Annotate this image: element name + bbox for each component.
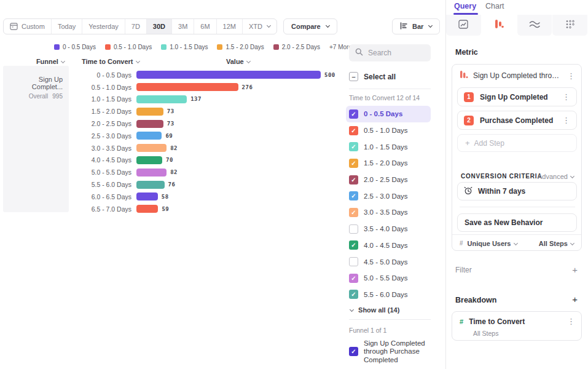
bar[interactable]: [136, 71, 321, 79]
legend-swatch: [54, 44, 60, 50]
series-checkbox-row[interactable]: ✓2.0 - 2.5 Days: [346, 172, 431, 188]
flows-report-tile[interactable]: [517, 15, 553, 36]
legend-item[interactable]: 0.5 - 1.0 Days: [105, 44, 152, 50]
series-checkbox-row[interactable]: ✓0 - 0.5 Days: [346, 106, 431, 122]
range-7d[interactable]: 7D: [125, 19, 147, 34]
add-breakdown-button[interactable]: +: [572, 295, 578, 304]
funnel-step-2[interactable]: 2 Purchase Completed ⋮: [457, 111, 577, 130]
steps-scope-label: All Steps: [539, 240, 568, 247]
bar[interactable]: [136, 181, 165, 189]
bar-category-label: 3.0 - 3.5 Days: [0, 145, 136, 152]
checked-checkbox-icon: ✓: [349, 175, 358, 184]
chart-row: 0 - 0.5 Days500: [0, 69, 335, 81]
metric-card-header[interactable]: Sign Up Completed through Purc... ⋮: [460, 70, 576, 81]
compare-button[interactable]: Compare: [283, 18, 337, 34]
show-all-button[interactable]: Show all (14): [349, 306, 399, 314]
funnel-header-label: Funnel: [36, 58, 58, 65]
breakdown-section-label: Breakdown: [455, 296, 496, 304]
bar[interactable]: [136, 192, 158, 200]
bar-category-label: 1.5 - 2.0 Days: [0, 108, 136, 115]
insights-report-tile[interactable]: [446, 15, 482, 36]
bar-category-label: 0 - 0.5 Days: [0, 71, 136, 79]
bar[interactable]: [136, 205, 158, 213]
metric-section-label: Metric: [455, 48, 478, 57]
range-6m[interactable]: 6M: [194, 19, 216, 34]
retention-report-tile[interactable]: [552, 15, 588, 36]
series-checkbox-row[interactable]: ✓5.5 - 6.0 Days: [346, 287, 431, 303]
steps-scope-dropdown[interactable]: All Steps: [539, 240, 574, 247]
divider: [349, 319, 431, 320]
column-header-value[interactable]: Value: [226, 58, 250, 65]
bar-value-label: 137: [190, 96, 202, 102]
breakdown-card-header: # Time to Convert ⋮: [460, 317, 576, 326]
numeric-property-icon: #: [460, 318, 463, 325]
series-checkbox-list: ✓0 - 0.5 Days✓0.5 - 1.0 Days✓1.0 - 1.5 D…: [346, 106, 438, 303]
series-search[interactable]: [349, 44, 431, 62]
series-checkbox-row[interactable]: ✓4.0 - 4.5 Days: [346, 237, 431, 254]
report-type-switcher: [446, 15, 588, 36]
conversion-window-button[interactable]: Within 7 days: [457, 182, 577, 200]
range-12m[interactable]: 12M: [217, 19, 243, 34]
legend-item[interactable]: 2.0 - 2.5 Days: [273, 44, 320, 50]
counting-method-dropdown[interactable]: Unique Users: [468, 240, 517, 247]
bar-value-label: 73: [167, 108, 174, 114]
query-builder-panel: Query Chart Metric Sign Up Completed thr…: [445, 0, 588, 369]
kebab-menu-icon[interactable]: ⋮: [561, 92, 571, 101]
breakdown-card[interactable]: # Time to Convert ⋮ All Steps: [452, 311, 582, 341]
series-checkbox-row[interactable]: ✓0.5 - 1.0 Days: [346, 122, 431, 139]
series-checkbox-row[interactable]: ✓1.5 - 2.0 Days: [346, 155, 431, 172]
step-label: Sign Up Completed: [480, 93, 555, 101]
series-checkbox-row[interactable]: ✓3.0 - 3.5 Days: [346, 204, 431, 221]
bar[interactable]: [136, 120, 163, 128]
checked-checkbox-icon: ✓: [349, 347, 358, 356]
legend-item[interactable]: 1.0 - 1.5 Days: [161, 44, 208, 50]
kebab-menu-icon[interactable]: ⋮: [561, 116, 571, 125]
metric-title: Sign Up Completed through Purc...: [473, 71, 561, 80]
series-checkbox-row[interactable]: ✓2.5 - 3.0 Days: [346, 188, 431, 204]
bar-value-label: 276: [242, 84, 253, 90]
series-checkbox-row[interactable]: 4.5 - 5.0 Days: [346, 253, 431, 270]
legend-item[interactable]: 1.5 - 2.0 Days: [217, 44, 264, 50]
series-checkbox-row[interactable]: ✓1.0 - 1.5 Days: [346, 138, 431, 155]
step-number-badge: 2: [464, 116, 474, 125]
range-yesterday[interactable]: Yesterday: [82, 19, 125, 34]
search-input[interactable]: [368, 49, 423, 57]
bar[interactable]: [136, 83, 238, 91]
bar[interactable]: [136, 169, 167, 177]
bar[interactable]: [136, 132, 162, 140]
series-label: 1.0 - 1.5 Days: [364, 143, 408, 151]
bar-value-label: 73: [167, 121, 174, 127]
add-step-button[interactable]: + Add Step: [457, 134, 577, 152]
bar[interactable]: [136, 156, 162, 164]
bar-value-label: 500: [324, 72, 335, 78]
series-checkbox-row[interactable]: 3.5 - 4.0 Days: [346, 221, 431, 237]
chevron-down-icon: [570, 241, 574, 245]
range-custom[interactable]: Custom: [4, 19, 52, 34]
save-as-new-behavior-button[interactable]: Save as New Behavior: [457, 213, 577, 232]
series-checkbox-row[interactable]: ✓5.0 - 5.5 Days: [346, 270, 431, 287]
retention-icon: [565, 20, 574, 31]
kebab-menu-icon[interactable]: ⋮: [566, 71, 576, 81]
kebab-menu-icon[interactable]: ⋮: [566, 317, 576, 326]
conversion-criteria-heading: CONVERSION CRITERIA: [461, 173, 542, 180]
range-xtd[interactable]: XTD: [243, 19, 276, 34]
range-30d[interactable]: 30D: [147, 19, 172, 34]
checked-checkbox-icon: ✓: [349, 159, 358, 168]
range-3m[interactable]: 3M: [172, 19, 194, 34]
column-header-time-to-convert[interactable]: Time to Convert: [82, 58, 139, 65]
bar[interactable]: [136, 108, 163, 116]
add-filter-button[interactable]: +: [572, 265, 578, 274]
column-header-funnel[interactable]: Funnel: [3, 58, 65, 65]
bar[interactable]: [136, 144, 167, 152]
legend-item[interactable]: 0 - 0.5 Days: [54, 44, 96, 50]
tab-chart[interactable]: Chart: [485, 2, 504, 10]
tab-query[interactable]: Query: [454, 2, 476, 10]
chevron-down-icon: [136, 59, 140, 63]
select-all-toggle[interactable]: – Select all: [349, 72, 396, 81]
advanced-dropdown[interactable]: Advanced: [538, 173, 574, 180]
funnel-checkbox-item[interactable]: ✓ Sign Up Completed through Purchase Com…: [349, 339, 431, 364]
bar[interactable]: [136, 95, 187, 103]
range-today[interactable]: Today: [52, 19, 82, 34]
funnels-report-tile[interactable]: [482, 15, 517, 36]
funnel-step-1[interactable]: 1 Sign Up Completed ⋮: [457, 87, 577, 106]
